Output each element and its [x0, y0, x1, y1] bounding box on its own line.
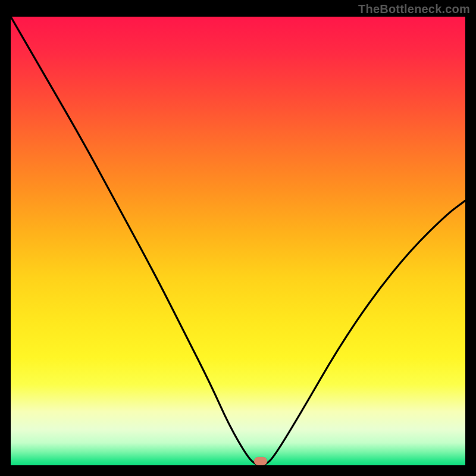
bottleneck-curve: [11, 17, 465, 465]
chart-frame: TheBottleneck.com: [0, 0, 476, 476]
plot-area: [11, 17, 465, 465]
watermark-text: TheBottleneck.com: [358, 2, 470, 16]
optimal-point-marker: [254, 457, 267, 465]
curve-svg: [11, 17, 465, 465]
